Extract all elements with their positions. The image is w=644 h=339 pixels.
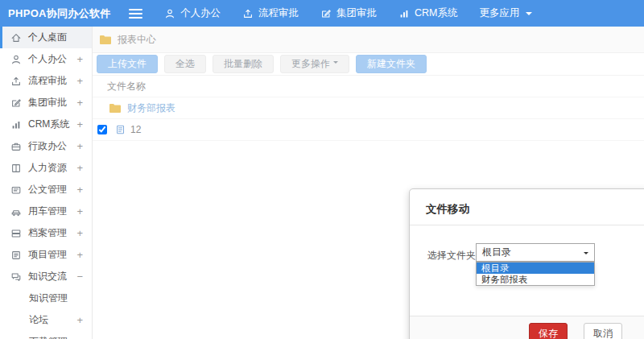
file-name: 12 xyxy=(130,124,141,135)
nav-item-label: 流程审批 xyxy=(258,6,299,20)
row-checkbox[interactable] xyxy=(97,125,107,134)
option-finance-reports[interactable]: 财务部报表 xyxy=(477,274,594,285)
select-all-button[interactable]: 全选 xyxy=(164,55,206,73)
table-row[interactable]: 财务部报表 xyxy=(93,97,644,119)
nav-item-workflow-approval[interactable]: 流程审批 xyxy=(242,6,299,20)
sidebar-item-group-approval[interactable]: 集团审批 + xyxy=(0,92,92,114)
file-table: 文件名称 财务部报表 12 xyxy=(93,75,644,141)
expand-plus-icon[interactable]: + xyxy=(76,53,83,65)
file-move-dialog: 文件移动 选择文件夹 根目录 根目录 财务部报表 保存 取消 xyxy=(409,188,644,339)
nav-item-personal-office[interactable]: 个人办公 xyxy=(164,6,221,20)
nav-item-label: 个人办公 xyxy=(180,6,221,20)
user-icon xyxy=(164,8,175,19)
sidebar-item-admin-office[interactable]: 行政办公 + xyxy=(0,135,92,157)
nav-item-label: 集团审批 xyxy=(336,6,377,20)
cancel-button[interactable]: 取消 xyxy=(584,323,622,339)
select-folder-label: 选择文件夹 xyxy=(427,249,476,263)
sidebar-item-knowledge-mgmt[interactable]: 知识管理 xyxy=(0,287,92,309)
file-icon xyxy=(115,124,126,135)
expand-plus-icon[interactable]: + xyxy=(76,75,83,87)
sidebar-item-download-mgmt[interactable]: 下载管理 xyxy=(0,331,92,339)
folder-icon xyxy=(99,35,112,45)
approve-icon xyxy=(242,8,254,19)
expand-plus-icon[interactable]: + xyxy=(76,249,83,261)
sidebar-item-project-mgmt[interactable]: 项目管理 + xyxy=(0,244,92,266)
sidebar-item-workflow-approval[interactable]: 流程审批 + xyxy=(0,70,92,92)
app-logo: PHPOA协同办公软件 xyxy=(8,6,129,21)
expand-plus-icon[interactable]: + xyxy=(76,205,83,217)
edit-icon xyxy=(10,97,22,109)
chevron-down-icon xyxy=(526,12,532,19)
sidebar: 个人桌面 个人办公 + 流程审批 + 集团审批 + CRM系统 + 行政办公 +… xyxy=(0,27,93,339)
project-icon xyxy=(10,250,22,261)
top-navbar: PHPOA协同办公软件 个人办公 流程审批 集团审批 CRM系统 更多应用 xyxy=(0,0,644,27)
chevron-down-icon xyxy=(333,61,338,66)
expand-plus-icon[interactable]: + xyxy=(76,97,83,109)
sidebar-item-personal-desktop[interactable]: 个人桌面 xyxy=(0,27,92,48)
save-button[interactable]: 保存 xyxy=(529,323,568,339)
more-actions-button[interactable]: 更多操作 xyxy=(280,55,349,73)
expand-plus-icon[interactable]: + xyxy=(76,227,83,239)
collapse-minus-icon[interactable]: − xyxy=(76,271,83,283)
expand-plus-icon[interactable]: + xyxy=(76,140,83,152)
sidebar-item-vehicle-mgmt[interactable]: 用车管理 + xyxy=(0,201,92,222)
toolbar: 上传文件 全选 批量删除 更多操作 新建文件夹 xyxy=(93,53,644,75)
folder-select-options: 根目录 财务部报表 xyxy=(476,262,595,286)
sidebar-item-hr[interactable]: 人力资源 + xyxy=(0,157,92,179)
dialog-footer: 保存 取消 xyxy=(410,316,644,339)
expand-plus-icon[interactable]: + xyxy=(76,118,83,130)
dialog-header: 文件移动 xyxy=(410,189,644,225)
approve-icon xyxy=(10,76,22,87)
sidebar-item-archive-mgmt[interactable]: 档案管理 + xyxy=(0,222,92,244)
nav-item-more-apps[interactable]: 更多应用 xyxy=(479,6,532,20)
chat-icon xyxy=(10,271,22,283)
folder-select[interactable]: 根目录 xyxy=(476,243,595,262)
menu-icon[interactable] xyxy=(129,9,142,19)
archive-icon xyxy=(10,228,22,239)
expand-plus-icon[interactable]: + xyxy=(76,184,83,196)
user-icon xyxy=(10,54,22,65)
nav-item-label: 更多应用 xyxy=(479,6,519,20)
sidebar-item-forum[interactable]: 论坛 + xyxy=(0,309,92,331)
upload-file-button[interactable]: 上传文件 xyxy=(97,55,158,73)
nav-item-crm[interactable]: CRM系统 xyxy=(398,6,457,20)
column-header-file-name: 文件名称 xyxy=(107,80,146,93)
nav-item-label: CRM系统 xyxy=(415,6,457,20)
new-folder-button[interactable]: 新建文件夹 xyxy=(356,55,427,73)
book-icon xyxy=(10,163,22,174)
sidebar-item-personal-office[interactable]: 个人办公 + xyxy=(0,48,92,70)
briefcase-icon xyxy=(10,141,22,152)
folder-name-link[interactable]: 财务部报表 xyxy=(127,101,175,115)
nav-item-group-approval[interactable]: 集团审批 xyxy=(320,6,377,20)
sidebar-item-knowledge-exchange[interactable]: 知识交流 − xyxy=(0,266,92,287)
expand-plus-icon[interactable]: + xyxy=(76,314,83,326)
breadcrumb: 报表中心 xyxy=(93,27,644,53)
chevron-down-icon xyxy=(584,252,588,257)
chart-icon xyxy=(398,8,410,19)
selected-folder-value: 根目录 xyxy=(482,246,511,259)
home-icon xyxy=(10,32,22,43)
doc-icon xyxy=(10,184,22,196)
dialog-title: 文件移动 xyxy=(426,203,469,215)
breadcrumb-label: 报表中心 xyxy=(118,33,156,47)
batch-delete-button[interactable]: 批量删除 xyxy=(213,55,274,73)
table-row[interactable]: 12 xyxy=(93,119,644,141)
expand-plus-icon[interactable]: + xyxy=(76,162,83,174)
sidebar-item-document-mgmt[interactable]: 公文管理 + xyxy=(0,179,92,201)
dialog-body: 选择文件夹 根目录 根目录 财务部报表 xyxy=(410,225,644,316)
table-header-row: 文件名称 xyxy=(93,76,644,97)
car-icon xyxy=(10,206,22,217)
chart-icon xyxy=(10,119,22,130)
edit-icon xyxy=(320,8,332,19)
option-root-directory[interactable]: 根目录 xyxy=(477,263,594,274)
folder-icon xyxy=(109,103,122,114)
sidebar-item-crm[interactable]: CRM系统 + xyxy=(0,114,92,135)
